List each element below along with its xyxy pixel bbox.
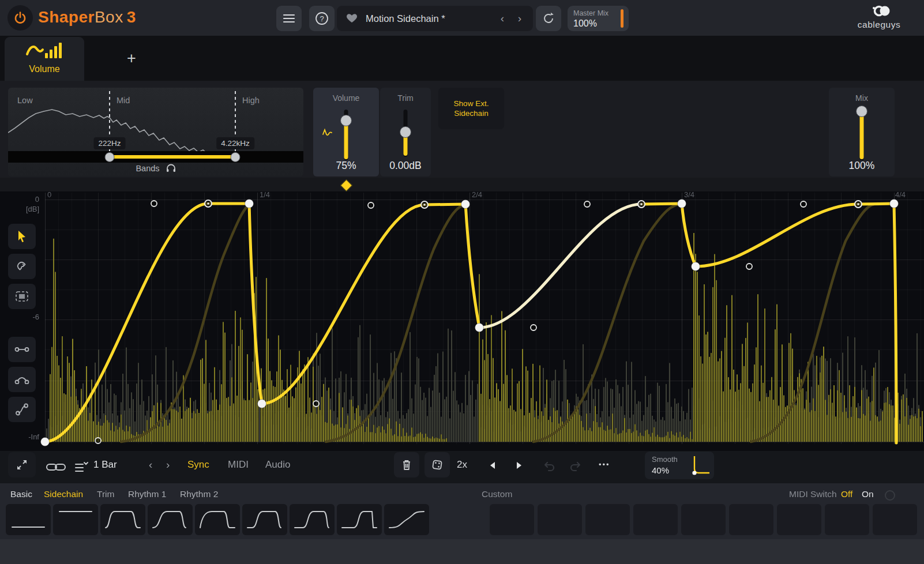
- add-shaper-button[interactable]: +: [122, 50, 141, 68]
- custom-slot[interactable]: [873, 504, 917, 535]
- band-range-bar[interactable]: [110, 155, 235, 159]
- curve-tension-handle[interactable]: [531, 325, 536, 330]
- scurve-tool-button[interactable]: [8, 397, 36, 422]
- power-button[interactable]: [7, 5, 33, 31]
- lfo-curve-segment[interactable]: [262, 204, 465, 404]
- mix-panel[interactable]: Mix 100%: [829, 88, 895, 176]
- lfo-curve-segment[interactable]: [465, 204, 479, 328]
- mix-slider-knob[interactable]: [856, 106, 867, 117]
- preset-name[interactable]: Motion Sidechain *: [366, 13, 494, 24]
- tab-volume[interactable]: Volume: [5, 37, 84, 81]
- randomize-button[interactable]: [425, 452, 450, 477]
- shift-left-button[interactable]: [488, 461, 497, 470]
- curve-node[interactable]: [41, 438, 50, 446]
- midi-learn-icon[interactable]: [885, 490, 895, 501]
- custom-slot[interactable]: [729, 504, 773, 535]
- cursor-tool-button[interactable]: [8, 224, 36, 249]
- length-next-button[interactable]: ›: [166, 451, 170, 479]
- redo-icon[interactable]: [569, 460, 583, 472]
- wave-preset-ramp-s[interactable]: [384, 504, 429, 535]
- wave-preset-flat-low[interactable]: [6, 504, 51, 535]
- curve-node[interactable]: [258, 400, 266, 408]
- curve-node[interactable]: [890, 200, 899, 208]
- smooth-control[interactable]: Smooth 40%: [645, 452, 714, 479]
- band-handle-low[interactable]: [105, 152, 115, 162]
- curve-node[interactable]: [692, 262, 700, 271]
- wave-preset-sidechain-4[interactable]: [242, 504, 287, 535]
- reload-preset-button[interactable]: [536, 6, 561, 31]
- custom-slot[interactable]: [585, 504, 630, 535]
- clear-curve-button[interactable]: [394, 452, 419, 477]
- help-button[interactable]: ?: [309, 6, 335, 31]
- preset-prev-button[interactable]: ‹: [494, 12, 511, 25]
- mode-audio-button[interactable]: Audio: [265, 451, 290, 479]
- expand-editor-button[interactable]: [8, 452, 36, 477]
- band-split-low-value[interactable]: 222Hz: [93, 137, 125, 149]
- preset-tab-basic[interactable]: Basic: [10, 489, 32, 499]
- show-ext-sidechain-button[interactable]: Show Ext. Sidechain: [438, 88, 504, 129]
- more-options-button[interactable]: •••: [599, 451, 610, 479]
- preset-bar[interactable]: Motion Sidechain * ‹ ›: [337, 6, 533, 31]
- band-handle-high[interactable]: [231, 152, 241, 162]
- wave-preset-sidechain-3[interactable]: [195, 504, 240, 535]
- lfo-curve-segment[interactable]: [249, 204, 262, 404]
- preset-next-button[interactable]: ›: [511, 12, 528, 25]
- lfo-curve-segment[interactable]: [894, 204, 896, 443]
- custom-slot[interactable]: [777, 504, 821, 535]
- curve-node[interactable]: [461, 200, 470, 209]
- custom-slot[interactable]: [825, 504, 869, 535]
- menu-button[interactable]: [276, 6, 302, 31]
- master-mix-control[interactable]: Master Mix 100%: [568, 6, 629, 31]
- line-tool-button[interactable]: [8, 337, 36, 362]
- lfo-curve-segment[interactable]: [641, 204, 682, 204]
- custom-slot[interactable]: [538, 504, 582, 535]
- pattern-length-value[interactable]: 1 Bar: [93, 451, 117, 479]
- custom-slot[interactable]: [633, 504, 678, 535]
- pattern-steps-icon[interactable]: [74, 460, 89, 475]
- custom-slot[interactable]: [681, 504, 726, 535]
- custom-slot[interactable]: [490, 504, 534, 535]
- preset-tab-rhythm-1[interactable]: Rhythm 1: [128, 489, 166, 499]
- curve-node[interactable]: [678, 200, 686, 208]
- band-split-panel[interactable]: Low Mid High 222Hz 4.22kHz Bands: [8, 88, 303, 176]
- length-prev-button[interactable]: ‹: [149, 451, 152, 479]
- curve-tension-handle[interactable]: [151, 201, 157, 206]
- headphones-icon[interactable]: [166, 164, 176, 172]
- select-tool-button[interactable]: [8, 284, 36, 309]
- wave-preset-flat-high[interactable]: [53, 504, 98, 535]
- midi-switch-on-button[interactable]: On: [862, 489, 874, 499]
- lfo-curve-segment[interactable]: [682, 204, 696, 266]
- curve-tension-handle[interactable]: [801, 201, 806, 207]
- mode-midi-button[interactable]: MIDI: [228, 451, 249, 479]
- curve-node[interactable]: [245, 200, 254, 208]
- curve-tension-handle[interactable]: [313, 401, 319, 407]
- curve-tension-handle[interactable]: [95, 438, 101, 443]
- shift-right-button[interactable]: [514, 461, 524, 470]
- curve-tension-handle[interactable]: [584, 201, 590, 207]
- preset-tab-sidechain[interactable]: Sidechain: [44, 489, 83, 499]
- band-split-high-value[interactable]: 4.22kHz: [216, 137, 254, 149]
- trim-panel[interactable]: Trim 0.00dB: [380, 88, 431, 176]
- bands-row[interactable]: Bands: [8, 164, 303, 173]
- curve-tension-handle[interactable]: [368, 202, 374, 208]
- curve-tension-handle[interactable]: [746, 264, 752, 269]
- undo-icon[interactable]: [542, 460, 556, 472]
- link-icon[interactable]: [45, 461, 67, 473]
- volume-slider-knob[interactable]: [340, 115, 352, 126]
- wave-preset-sidechain-1[interactable]: [100, 504, 145, 535]
- curve-node[interactable]: [475, 324, 484, 332]
- wave-preset-sidechain-5[interactable]: [290, 504, 335, 535]
- curve-tool-button[interactable]: [8, 367, 36, 392]
- trim-slider-knob[interactable]: [400, 126, 411, 138]
- wave-preset-sidechain-6[interactable]: [337, 504, 382, 535]
- volume-depth-panel[interactable]: Volume 75%: [313, 88, 379, 176]
- speed-multiplier-button[interactable]: 2x: [457, 451, 467, 479]
- midi-switch-off-button[interactable]: Off: [841, 489, 852, 499]
- snap-tool-button[interactable]: [8, 254, 36, 279]
- master-mix-slider[interactable]: [621, 9, 623, 28]
- wave-preset-sidechain-2[interactable]: [148, 504, 193, 535]
- lfo-curve-layer[interactable]: [0, 178, 924, 451]
- preset-tab-rhythm-2[interactable]: Rhythm 2: [180, 489, 218, 499]
- lfo-curve-segment[interactable]: [45, 204, 249, 442]
- lfo-curve-segment[interactable]: [696, 204, 894, 266]
